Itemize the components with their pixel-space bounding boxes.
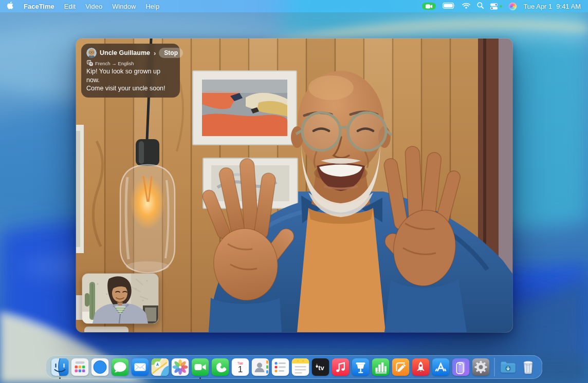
dock-icon-games[interactable]: [412, 358, 430, 376]
dock-icon-launchpad[interactable]: [71, 358, 89, 376]
menu-app-name[interactable]: FaceTime: [24, 3, 54, 10]
menu-extra-toggles-icon[interactable]: [490, 3, 502, 10]
stop-translation-button[interactable]: Stop: [159, 48, 183, 58]
dock-icon-iphone-mirroring[interactable]: [452, 358, 470, 376]
self-view-pip[interactable]: [82, 274, 158, 323]
facetime-window: Uncle Guillaume › Stop A French → Englis…: [76, 39, 512, 332]
speaker-avatar: [86, 48, 97, 58]
dock-icon-mail[interactable]: [132, 358, 149, 376]
apple-menu-icon[interactable]: [7, 2, 14, 11]
menu-bar: FaceTime Edit Video Window Help: [0, 0, 588, 12]
camera-in-use-indicator[interactable]: [422, 3, 436, 10]
dock-icon-pages[interactable]: [392, 358, 410, 376]
dock-icon-finder[interactable]: [51, 358, 69, 376]
running-indicator: [199, 377, 201, 379]
dock-icon-trash[interactable]: [520, 358, 537, 376]
dock-divider: [494, 358, 495, 376]
dock-icon-facetime[interactable]: [192, 358, 209, 376]
status-green-dot: [500, 5, 502, 8]
dock-icon-keynote[interactable]: [352, 358, 370, 376]
menu-clock[interactable]: Tue Apr 19:41 AM: [523, 3, 581, 10]
dock-icon-notes[interactable]: [292, 358, 309, 376]
live-translation-overlay: Uncle Guillaume › Stop A French → Englis…: [81, 44, 180, 98]
dock: Tue1 tv: [46, 355, 543, 379]
translate-icon: A: [87, 60, 93, 66]
dock-icon-maps[interactable]: [152, 358, 169, 376]
running-indicator: [59, 377, 61, 379]
svg-text:tv: tv: [318, 364, 324, 372]
wall-painting-top: [193, 71, 297, 145]
speaker-name[interactable]: Uncle Guillaume: [100, 49, 150, 56]
spotlight-search-icon[interactable]: [477, 2, 484, 10]
dock-icon-numbers[interactable]: [372, 358, 390, 376]
dock-icon-photos[interactable]: [172, 358, 189, 376]
menu-help[interactable]: Help: [145, 3, 159, 10]
dock-icon-music[interactable]: [332, 358, 350, 376]
desktop: FaceTime Edit Video Window Help: [0, 0, 588, 383]
dock-icon-downloads[interactable]: [500, 358, 517, 376]
battery-icon[interactable]: [443, 3, 455, 10]
dock-icon-tv[interactable]: tv: [312, 358, 329, 376]
dock-icon-messages[interactable]: [112, 358, 129, 376]
dock-icon-phone[interactable]: [212, 358, 229, 376]
dock-icon-calendar[interactable]: Tue1: [232, 358, 249, 376]
dock-icon-app-store[interactable]: [432, 358, 450, 376]
dock-icon-system-settings[interactable]: [472, 358, 490, 376]
chevron-right-icon[interactable]: ›: [154, 49, 156, 57]
caption-line-2: Come visit your uncle soon!: [86, 84, 175, 93]
menu-video[interactable]: Video: [85, 3, 102, 10]
translation-route: French → English: [95, 61, 134, 66]
menu-window[interactable]: Window: [112, 3, 136, 10]
wifi-icon[interactable]: [462, 3, 470, 10]
menu-date: Tue Apr 1: [523, 3, 552, 10]
dock-icon-reminders[interactable]: [272, 358, 289, 376]
caption-line-1: Kip! You look so grown up now.: [86, 67, 175, 84]
svg-text:1: 1: [238, 365, 243, 374]
dock-icon-safari[interactable]: [91, 358, 109, 376]
dock-icon-contacts[interactable]: [252, 358, 269, 376]
siri-icon[interactable]: [509, 3, 517, 10]
menu-edit[interactable]: Edit: [64, 3, 76, 10]
menu-time: 9:41 AM: [556, 3, 581, 10]
roster-peek-tile[interactable]: [84, 327, 128, 332]
